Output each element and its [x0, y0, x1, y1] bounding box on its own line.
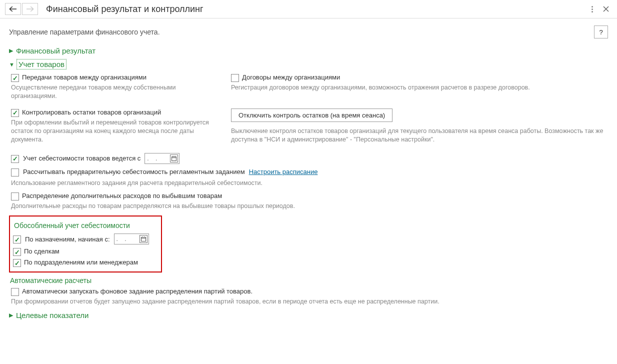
section-targets[interactable]: Целевые показатели	[9, 311, 608, 320]
checkbox-by-deals[interactable]	[13, 248, 21, 256]
calendar-icon-2[interactable]	[140, 235, 148, 243]
close-icon[interactable]	[600, 3, 612, 15]
window-title: Финансовый результат и контроллинг	[46, 4, 590, 14]
date-input-by-purpose[interactable]	[114, 234, 149, 244]
desc-auto: При формировании отчетов будет запущено …	[11, 298, 608, 306]
date-input-cost-from[interactable]	[144, 153, 180, 164]
section-title-targets: Целевые показатели	[16, 311, 88, 320]
section-title-goods: Учет товаров	[18, 60, 66, 68]
label-auto: Автоматически запускать фоновое задание …	[22, 288, 252, 295]
date-field-cost-from[interactable]	[145, 155, 168, 162]
checkbox-precalc[interactable]	[11, 168, 19, 176]
nav-forward-button[interactable]	[22, 3, 38, 15]
checkbox-transfer[interactable]	[11, 74, 19, 82]
checkbox-auto[interactable]	[11, 288, 19, 296]
desc-precalc: Использование регламентного задания для …	[11, 179, 608, 188]
label-by-purpose: По назначениям, начиная с:	[25, 236, 110, 243]
highlight-separate-cost: Обособленный учет себестоимости По назна…	[9, 216, 162, 272]
label-transfer: Передачи товаров между организациями	[22, 74, 146, 81]
subtitle-auto: Автоматические расчеты	[10, 276, 608, 284]
checkbox-contracts[interactable]	[231, 74, 239, 82]
section-fin-result[interactable]: Финансовый результат	[9, 46, 608, 55]
checkbox-distrib[interactable]	[11, 192, 19, 200]
label-distrib: Распределение дополнительных расходов по…	[22, 192, 222, 200]
chevron-right-icon	[9, 48, 13, 54]
schedule-link[interactable]: Настроить расписание	[249, 168, 318, 176]
label-by-dept: По подразделениям или менеджерам	[24, 258, 138, 266]
desc-distrib: Дополнительные расходы по товарам распре…	[11, 202, 608, 210]
calendar-icon[interactable]	[170, 154, 178, 162]
label-control: Контролировать остатки товаров организац…	[22, 108, 161, 116]
checkbox-by-purpose[interactable]	[13, 236, 21, 244]
checkbox-control[interactable]	[11, 109, 19, 117]
svg-rect-4	[141, 238, 146, 242]
section-goods[interactable]: Учет товаров	[9, 60, 608, 68]
page-subheader: Управление параметрами финансового учета…	[9, 28, 594, 36]
chevron-right-icon-2	[9, 312, 13, 318]
desc-disable: Выключение контроля остатков товаров орг…	[231, 127, 608, 144]
date-field-by-purpose[interactable]	[114, 236, 138, 242]
section-title-fin-result: Финансовый результат	[16, 46, 96, 55]
desc-transfer: Осуществление передачи товаров между соб…	[11, 84, 221, 100]
help-button[interactable]: ?	[594, 26, 608, 38]
label-by-deals: По сделкам	[24, 248, 60, 255]
label-cost-from: Учет себестоимости товаров ведется с	[23, 154, 140, 162]
label-contracts: Договоры между организациями	[242, 74, 340, 81]
desc-control: При оформлении выбытий и перемещений тов…	[11, 118, 221, 144]
chevron-down-icon	[9, 62, 14, 68]
desc-contracts: Регистрация договоров между организациям…	[231, 84, 608, 92]
checkbox-cost-from[interactable]	[11, 155, 19, 163]
disable-control-button[interactable]: Отключить контроль остатков (на время се…	[231, 108, 392, 122]
subtitle-separate: Обособленный учет себестоимости	[14, 222, 158, 230]
checkbox-by-dept[interactable]	[13, 259, 21, 267]
nav-back-button[interactable]	[5, 3, 21, 15]
svg-rect-0	[172, 156, 176, 160]
titlebar: Финансовый результат и контроллинг	[0, 0, 617, 18]
more-menu-icon[interactable]	[590, 4, 595, 14]
label-precalc: Рассчитывать предварительную себестоимос…	[23, 168, 245, 176]
